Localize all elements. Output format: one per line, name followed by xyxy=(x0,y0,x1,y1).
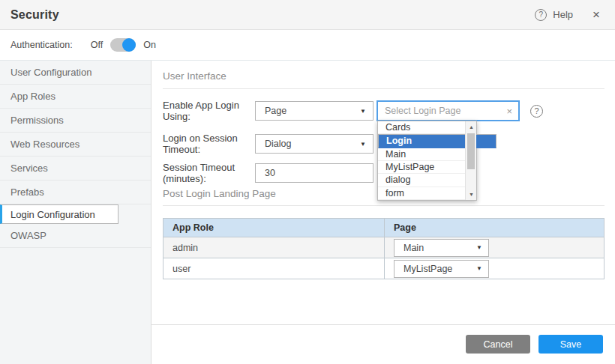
sidebar-item-user-configuration[interactable]: User Configuration xyxy=(0,61,151,85)
chevron-down-icon: ▼ xyxy=(476,244,482,251)
session-timeout-type-select[interactable]: Dialog ▼ xyxy=(255,134,374,154)
dropdown-option-mylistpage[interactable]: MyListPage xyxy=(378,161,476,174)
dialog-header: Security ? Help × xyxy=(0,0,615,30)
page-title: Security xyxy=(10,8,59,22)
session-timeout-type-value: Dialog xyxy=(265,139,291,149)
sidebar-item-services[interactable]: Services xyxy=(0,157,151,181)
session-timeout-minutes-label: Session Timeout (minutes): xyxy=(163,162,255,184)
divider xyxy=(163,88,604,89)
sidebar-item-login-configuration[interactable]: Login Configuration xyxy=(0,204,118,224)
page-select-user[interactable]: MyListPage ▼ xyxy=(394,260,489,278)
chevron-down-icon: ▼ xyxy=(360,108,366,115)
table-row: user MyListPage ▼ xyxy=(164,258,604,279)
help-link[interactable]: Help xyxy=(553,9,573,20)
app-role-cell: user xyxy=(164,258,385,279)
footer-bar: Cancel Save xyxy=(152,324,615,364)
scrollbar-thumb[interactable] xyxy=(467,133,475,169)
login-type-select-value: Page xyxy=(265,106,286,116)
close-icon[interactable]: × xyxy=(592,8,600,21)
divider xyxy=(163,205,604,206)
table-header-row: App Role Page xyxy=(164,219,604,237)
sidebar-item-permissions[interactable]: Permissions xyxy=(0,109,151,133)
table-row: admin Main ▼ xyxy=(164,237,604,258)
enable-app-login-label: Enable App Login Using: xyxy=(163,100,255,122)
header-actions: ? Help × xyxy=(535,8,600,21)
authentication-row: Authentication: Off On xyxy=(0,30,615,61)
dropdown-option-cards[interactable]: Cards xyxy=(378,121,476,134)
field-help-icon[interactable]: ? xyxy=(530,105,543,118)
clear-icon[interactable]: × xyxy=(506,106,512,117)
scroll-up-icon[interactable]: ▲ xyxy=(466,122,477,132)
main-layout: User Configuration App Roles Permissions… xyxy=(0,61,615,364)
session-timeout-minutes-input[interactable] xyxy=(255,163,374,183)
column-header-page: Page xyxy=(385,219,604,237)
session-timeout-type-label: Login on Session Timeout: xyxy=(163,133,255,155)
content-panel: User Interface Enable App Login Using: P… xyxy=(152,61,615,364)
enable-app-login-row: Enable App Login Using: Page ▼ × ? xyxy=(163,100,604,122)
authentication-label: Authentication: xyxy=(10,40,73,50)
page-select-admin-value: Main xyxy=(404,243,424,253)
sidebar-item-owasp[interactable]: OWASP xyxy=(0,224,151,248)
dropdown-option-dialog[interactable]: dialog xyxy=(378,174,476,186)
sidebar: User Configuration App Roles Permissions… xyxy=(0,61,152,364)
dropdown-scrollbar[interactable]: ▲ ▼ xyxy=(465,121,476,200)
sidebar-item-app-roles[interactable]: App Roles xyxy=(0,85,151,109)
post-login-roles-table: App Role Page admin Main ▼ xyxy=(163,218,604,279)
dropdown-option-main[interactable]: Main xyxy=(378,148,476,161)
sidebar-item-prefabs[interactable]: Prefabs xyxy=(0,181,151,204)
auth-on-label: On xyxy=(143,40,156,50)
chevron-down-icon: ▼ xyxy=(476,265,482,272)
page-select-admin[interactable]: Main ▼ xyxy=(394,239,489,257)
login-page-input[interactable] xyxy=(385,106,503,116)
save-button[interactable]: Save xyxy=(538,335,603,354)
page-select-user-value: MyListPage xyxy=(404,264,452,274)
login-page-dropdown-list: Cards Login Main MyListPage dialog form … xyxy=(377,121,477,201)
sidebar-item-web-resources[interactable]: Web Resources xyxy=(0,133,151,157)
app-role-cell: admin xyxy=(164,237,385,258)
dropdown-option-login[interactable]: Login xyxy=(378,134,496,148)
scroll-down-icon[interactable]: ▼ xyxy=(466,189,477,199)
authentication-toggle[interactable] xyxy=(110,38,136,52)
dropdown-option-form[interactable]: form xyxy=(378,187,476,200)
login-page-combobox[interactable]: × xyxy=(376,100,520,121)
cancel-button[interactable]: Cancel xyxy=(466,335,530,354)
toggle-knob xyxy=(122,38,136,52)
chevron-down-icon: ▼ xyxy=(360,141,366,148)
login-type-select[interactable]: Page ▼ xyxy=(255,101,374,121)
auth-off-label: Off xyxy=(91,40,103,50)
help-icon[interactable]: ? xyxy=(535,9,547,21)
section-title-user-interface: User Interface xyxy=(163,70,604,82)
column-header-app-role: App Role xyxy=(164,219,385,237)
